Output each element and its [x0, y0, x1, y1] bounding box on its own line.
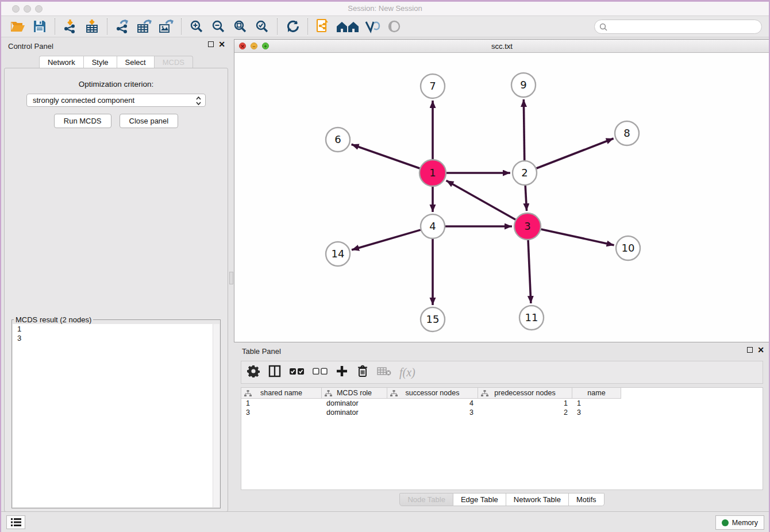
- graph-edge-2-3[interactable]: [525, 186, 526, 211]
- delete-column-icon[interactable]: [356, 364, 369, 380]
- table-panel: Table Panel ✕ f(x) shared nameMCDS roles…: [234, 344, 770, 513]
- tab-mcds[interactable]: MCDS: [154, 56, 193, 68]
- mcds-result-text[interactable]: 13: [13, 324, 220, 507]
- toolbar-separator: [181, 18, 182, 34]
- column-label: shared name: [260, 389, 302, 397]
- graph-edge-4-14[interactable]: [352, 230, 421, 250]
- graph-node-label: 3: [524, 220, 530, 232]
- search-input[interactable]: [610, 23, 757, 31]
- column-header-MCDS-role[interactable]: MCDS role: [322, 388, 387, 399]
- table-cell[interactable]: dominator: [322, 408, 387, 417]
- add-column-icon[interactable]: [336, 365, 348, 380]
- zoom-selected-icon[interactable]: [252, 18, 272, 35]
- task-history-button[interactable]: [6, 515, 25, 529]
- table-cell[interactable]: 2: [478, 408, 572, 417]
- tab-motifs[interactable]: Motifs: [569, 493, 605, 506]
- first-neighbors-icon[interactable]: [335, 18, 360, 35]
- optimization-criterion-select[interactable]: strongly connected component: [26, 94, 206, 107]
- deselect-all-icon[interactable]: [313, 367, 328, 377]
- column-header-name[interactable]: name: [572, 388, 621, 399]
- hide-selected-icon[interactable]: [363, 18, 382, 35]
- close-panel-button[interactable]: Close panel: [120, 114, 179, 128]
- table-cell[interactable]: 3: [572, 408, 621, 417]
- network-canvas[interactable]: 7968124314101511: [234, 53, 769, 342]
- graph-node-label: 2: [521, 167, 528, 179]
- panel-divider-handle[interactable]: [229, 272, 233, 284]
- column-header-successor-nodes[interactable]: successor nodes: [387, 388, 478, 399]
- column-label: MCDS role: [337, 389, 372, 397]
- table-row[interactable]: 1dominator411: [241, 399, 763, 408]
- export-network-icon[interactable]: [113, 18, 132, 35]
- table-cell[interactable]: 3: [241, 408, 322, 417]
- control-panel-tabs: NetworkStyleSelectMCDS: [1, 56, 231, 68]
- table-panel-title: Table Panel: [242, 347, 281, 356]
- export-image-icon[interactable]: [156, 18, 176, 35]
- run-mcds-button[interactable]: Run MCDS: [54, 114, 111, 128]
- apply-layout-icon[interactable]: [283, 18, 302, 35]
- table-cell[interactable]: 3: [387, 408, 478, 417]
- open-file-icon[interactable]: [8, 18, 28, 35]
- save-session-icon[interactable]: [30, 18, 49, 35]
- table-cell[interactable]: 1: [241, 399, 322, 408]
- column-label: predecessor nodes: [494, 389, 555, 397]
- graph-node-label: 15: [426, 313, 440, 325]
- tab-select[interactable]: Select: [117, 56, 154, 68]
- graph-edge-2-8[interactable]: [537, 138, 614, 168]
- table-toolbar: f(x): [241, 361, 763, 384]
- table-cell[interactable]: 1: [478, 399, 572, 408]
- zoom-out-icon[interactable]: [209, 18, 228, 35]
- network-from-selection-icon[interactable]: [313, 18, 333, 35]
- memory-button[interactable]: Memory: [715, 515, 764, 530]
- search-field[interactable]: [594, 20, 762, 34]
- graph-edge-2-9[interactable]: [523, 99, 524, 160]
- function-builder-icon[interactable]: f(x): [399, 366, 415, 379]
- list-icon: [11, 518, 21, 526]
- result-line: 3: [13, 333, 220, 342]
- main-toolbar: [1, 16, 769, 37]
- tab-network-table[interactable]: Network Table: [506, 493, 569, 506]
- tab-style[interactable]: Style: [83, 56, 117, 68]
- tab-network[interactable]: Network: [39, 56, 83, 68]
- delete-table-icon[interactable]: [377, 367, 391, 378]
- graph-edge-3-1[interactable]: [446, 180, 516, 219]
- graph-node-label: 11: [525, 311, 538, 323]
- float-panel-icon[interactable]: [208, 41, 214, 47]
- import-network-icon[interactable]: [60, 18, 80, 35]
- result-scrollbar[interactable]: [213, 324, 220, 507]
- tab-node-table[interactable]: Node Table: [399, 493, 453, 506]
- table-cell[interactable]: dominator: [322, 399, 387, 408]
- graph-edge-3-11[interactable]: [528, 240, 531, 303]
- zoom-in-icon[interactable]: [187, 18, 206, 35]
- gear-icon[interactable]: [247, 365, 260, 380]
- zoom-fit-icon[interactable]: [230, 18, 250, 35]
- graph-node-label: 7: [429, 80, 436, 92]
- float-table-panel-icon[interactable]: [747, 347, 753, 353]
- column-header-shared-name[interactable]: shared name: [241, 388, 322, 399]
- optimization-criterion-label: Optimization criterion:: [5, 80, 228, 88]
- control-panel-title: Control Panel: [8, 42, 53, 51]
- graph-edge-3-10[interactable]: [541, 229, 614, 245]
- graph-node-label: 14: [332, 248, 345, 260]
- result-line: 1: [13, 324, 220, 333]
- close-panel-icon[interactable]: ✕: [218, 41, 225, 47]
- close-table-panel-icon[interactable]: ✕: [757, 347, 764, 353]
- import-table-icon[interactable]: [82, 18, 102, 35]
- network-titlebar[interactable]: ✕ − + scc.txt: [234, 40, 769, 53]
- split-column-icon[interactable]: [268, 364, 282, 380]
- network-view-window: ✕ − + scc.txt 7968124314101511: [234, 39, 770, 342]
- window-title: Session: New Session: [1, 4, 769, 13]
- export-table-icon[interactable]: [134, 18, 154, 35]
- show-graphics-details-icon[interactable]: [384, 18, 404, 35]
- graph-node-label: 1: [429, 167, 436, 179]
- table-row[interactable]: 3dominator323: [241, 408, 763, 417]
- app-window: Session: New Session: [0, 0, 770, 532]
- graph-edge-1-6[interactable]: [352, 144, 420, 168]
- toolbar-separator: [277, 18, 278, 34]
- table-cell[interactable]: 4: [387, 399, 478, 408]
- tab-edge-table[interactable]: Edge Table: [453, 493, 506, 506]
- column-header-predecessor-nodes[interactable]: predecessor nodes: [478, 388, 572, 399]
- select-all-icon[interactable]: [290, 367, 305, 377]
- column-label: name: [587, 389, 605, 397]
- graph-node-label: 10: [622, 242, 635, 254]
- table-cell[interactable]: 1: [572, 399, 621, 408]
